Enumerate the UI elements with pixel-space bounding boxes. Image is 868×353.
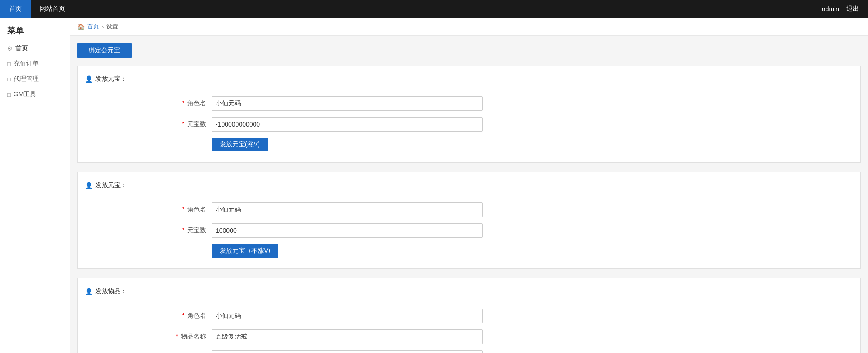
- sidebar-item-gm[interactable]: □ GM工具: [0, 87, 70, 102]
- logout-button[interactable]: 退出: [846, 5, 859, 13]
- form-section-yuanbao-v: 👤 发放元宝： * 角色名 * 元宝数: [77, 66, 861, 163]
- form-section-yuanbao-nov: 👤 发放元宝： * 角色名 * 元宝数: [77, 172, 861, 269]
- breadcrumb: 🏠 首页 › 设置: [70, 18, 868, 36]
- top-nav-left: 首页 网站首页: [0, 0, 74, 18]
- sidebar-item-home[interactable]: ⚙ 首页: [0, 41, 70, 56]
- doc-icon-1: □: [7, 61, 11, 67]
- btn-row-1: 发放元宝(涨V): [78, 138, 860, 151]
- btn-row-2: 发放元宝（不涨V): [78, 244, 860, 258]
- gear-icon: ⚙: [7, 45, 13, 52]
- form-section-item: 👤 发放物品： * 角色名 * 物品名称: [77, 278, 861, 353]
- form-row-item-count: * 物品数量: [78, 350, 860, 353]
- bind-yuanbao-button[interactable]: 绑定公元宝: [77, 43, 132, 58]
- input-item-name[interactable]: [212, 329, 483, 344]
- submit-yuanbao-nov-button[interactable]: 发放元宝（不涨V): [212, 244, 278, 258]
- nav-item-home[interactable]: 首页: [0, 0, 31, 18]
- main-layout: 菜单 ⚙ 首页 □ 充值订单 □ 代理管理 □ GM工具 🏠 首页 › 设置 绑…: [0, 18, 868, 353]
- label-yuanbao-1: * 元宝数: [85, 120, 212, 128]
- input-yuanbao-1[interactable]: [212, 117, 483, 132]
- main-content: 绑定公元宝 👤 发放元宝： * 角色名 * 元宝数: [70, 36, 868, 353]
- label-role-3: * 角色名: [85, 312, 212, 320]
- section-title-3: 👤 发放物品：: [78, 286, 860, 301]
- content-area: 🏠 首页 › 设置 绑定公元宝 👤 发放元宝： * 角色名: [70, 18, 868, 353]
- input-role-1[interactable]: [212, 96, 483, 111]
- doc-icon-3: □: [7, 91, 11, 98]
- input-item-count[interactable]: [212, 350, 483, 353]
- admin-username: admin: [822, 5, 839, 13]
- breadcrumb-home[interactable]: 首页: [87, 23, 99, 31]
- top-nav: 首页 网站首页 admin 退出: [0, 0, 868, 18]
- form-row-yuanbao-1: * 元宝数: [78, 117, 860, 132]
- label-role-2: * 角色名: [85, 206, 212, 214]
- input-role-2[interactable]: [212, 202, 483, 217]
- form-row-role-2: * 角色名: [78, 202, 860, 217]
- section-title-1: 👤 发放元宝：: [78, 73, 860, 89]
- section-title-2: 👤 发放元宝：: [78, 179, 860, 195]
- sidebar-item-recharge[interactable]: □ 充值订单: [0, 56, 70, 71]
- breadcrumb-current: 设置: [106, 23, 118, 31]
- form-row-item-name: * 物品名称: [78, 329, 860, 344]
- breadcrumb-separator: ›: [102, 24, 104, 30]
- home-icon: 🏠: [77, 24, 85, 30]
- form-row-role-3: * 角色名: [78, 309, 860, 323]
- sidebar-item-agent[interactable]: □ 代理管理: [0, 71, 70, 87]
- user-icon-1: 👤: [85, 75, 93, 83]
- submit-yuanbao-v-button[interactable]: 发放元宝(涨V): [212, 138, 268, 151]
- user-icon-2: 👤: [85, 182, 93, 189]
- label-item-name: * 物品名称: [85, 333, 212, 341]
- sidebar-title: 菜单: [0, 18, 70, 41]
- user-icon-3: 👤: [85, 288, 93, 295]
- doc-icon-2: □: [7, 76, 11, 83]
- form-row-yuanbao-2: * 元宝数: [78, 223, 860, 238]
- form-row-role-1: * 角色名: [78, 96, 860, 111]
- top-nav-right: admin 退出: [822, 5, 868, 13]
- nav-item-website[interactable]: 网站首页: [31, 0, 74, 18]
- label-yuanbao-2: * 元宝数: [85, 226, 212, 235]
- label-role-1: * 角色名: [85, 99, 212, 108]
- input-role-3[interactable]: [212, 309, 483, 323]
- sidebar: 菜单 ⚙ 首页 □ 充值订单 □ 代理管理 □ GM工具: [0, 18, 70, 353]
- input-yuanbao-2[interactable]: [212, 223, 483, 238]
